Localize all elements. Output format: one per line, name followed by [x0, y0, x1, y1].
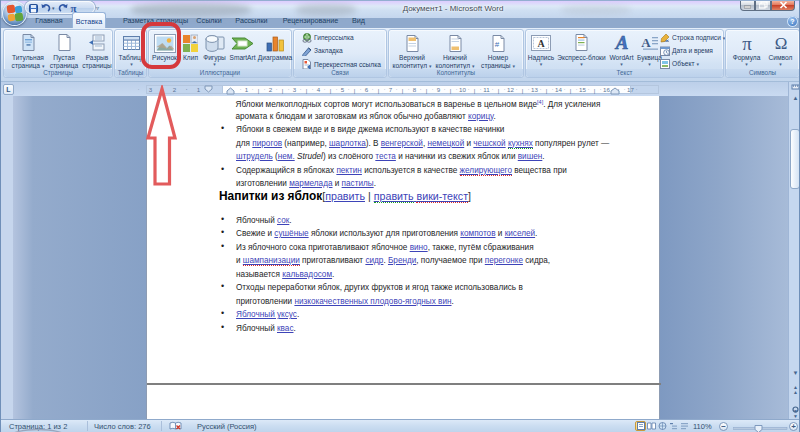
language-indicator[interactable]: Русский (Россия): [197, 422, 257, 431]
document-link[interactable]: пирогов: [252, 139, 282, 148]
document-link[interactable]: шампанизации: [243, 256, 300, 266]
word-window: Документ1 - Microsoft Word ▾ π ▿ Главная…: [0, 0, 800, 432]
document-link[interactable]: вики-текст: [416, 190, 468, 203]
scroll-up-icon[interactable]: ▲: [790, 95, 800, 101]
ruler-toggle-button[interactable]: [790, 83, 800, 93]
close-button[interactable]: [771, 1, 795, 11]
document-link[interactable]: перегонке: [485, 256, 523, 265]
button-Номер страницы[interactable]: #Номерстраницы ▾: [478, 32, 518, 70]
document-link[interactable]: вино: [410, 243, 428, 252]
button-Клип[interactable]: Клип: [180, 32, 201, 62]
button-SmartArt[interactable]: SmartArt: [228, 32, 257, 62]
button-Формула[interactable]: πФормула▾: [730, 32, 763, 66]
undo-dropdown-icon[interactable]: ▾: [52, 5, 55, 11]
button-WordArt[interactable]: AWordArt▾: [608, 32, 635, 66]
document-link[interactable]: желирующего: [460, 166, 512, 176]
document-text-segment: . Для усиления: [543, 100, 600, 109]
button-Символ[interactable]: ΩСимвол▾: [764, 32, 797, 66]
tab-references[interactable]: Ссылки: [192, 12, 226, 28]
document-link[interactable]: вишен: [518, 152, 543, 161]
customize-qat-icon[interactable]: ▿: [96, 4, 99, 11]
document-link[interactable]: пектин: [336, 166, 362, 175]
document-link[interactable]: компотов: [460, 229, 495, 238]
zoom-in-button[interactable]: +: [789, 422, 798, 431]
scrollbar-thumb[interactable]: [790, 129, 800, 189]
button-Гиперссылка[interactable]: Гиперссылка: [302, 33, 354, 43]
previous-page-icon[interactable]: ▲▲: [790, 385, 800, 395]
ruler-tick: ·: [368, 85, 378, 94]
button-Дата и время[interactable]: Дата и время: [660, 46, 713, 56]
document-link[interactable]: штрудель: [236, 152, 273, 161]
button-Объект[interactable]: Объект▾: [660, 59, 699, 69]
tab-insert[interactable]: Вставка: [72, 12, 106, 28]
document-link[interactable]: сушёные: [274, 229, 308, 238]
button-Разрыв страницы[interactable]: Разрывстраницы: [81, 32, 113, 69]
document-text-segment: приготавливают: [300, 256, 366, 265]
view-outline-icon[interactable]: [668, 421, 679, 431]
tab-view[interactable]: Вид: [345, 12, 372, 28]
proofing-error-icon[interactable]: [169, 420, 182, 432]
zoom-level[interactable]: 110%: [693, 422, 712, 431]
document-link[interactable]: сидр: [365, 256, 383, 265]
button-Диаграмма[interactable]: Диаграмма: [257, 32, 293, 62]
button-Пустая страница[interactable]: Пустаястраница: [48, 32, 80, 69]
zoom-out-button[interactable]: −: [719, 422, 728, 431]
ruler-tick: ·: [440, 85, 450, 94]
view-web-layout-icon[interactable]: [657, 421, 668, 431]
tab-home[interactable]: Главная: [31, 12, 67, 28]
document-link[interactable]: править: [374, 190, 414, 203]
button-label: Титульная: [12, 54, 44, 62]
zoom-slider[interactable]: [733, 425, 788, 432]
annotation-box: [141, 22, 181, 69]
button-Верхний колонтитул[interactable]: Верхнийколонтитул ▾: [391, 32, 433, 70]
view-print-layout-icon[interactable]: [635, 421, 646, 431]
page-indicator[interactable]: Страница: 1 из 2: [9, 422, 67, 431]
zoom-slider-thumb[interactable]: [755, 426, 762, 432]
document-link[interactable]: мармелада: [289, 179, 332, 188]
help-button[interactable]: ?: [787, 16, 798, 27]
minimize-button[interactable]: [740, 1, 755, 11]
document-link[interactable]: немецкой: [427, 139, 464, 148]
document-link[interactable]: шарлотка: [329, 139, 366, 148]
tab-review[interactable]: Рецензирование: [281, 12, 340, 28]
document-link[interactable]: Яблочный уксус: [236, 310, 297, 319]
button-Надпись[interactable]: AНадпись▾: [527, 32, 555, 66]
document-link[interactable]: Бренди: [388, 256, 416, 265]
next-page-icon[interactable]: ▼▼: [790, 409, 800, 419]
button-Титульная страница[interactable]: Титульнаястраница ▾: [9, 32, 47, 70]
view-full-screen-reading-icon[interactable]: [646, 421, 657, 431]
button-Строка подписи[interactable]: Строка подписи▾: [660, 33, 725, 43]
document-link[interactable]: венгерской: [381, 139, 423, 148]
word-count[interactable]: Число слов: 276: [94, 422, 151, 431]
document-link[interactable]: низкокачественных плодово-ягодных вин: [294, 297, 451, 306]
tab-mailings[interactable]: Рассылки: [232, 12, 271, 28]
document-link[interactable]: кальвадосом: [282, 270, 332, 279]
document-link[interactable]: корицу: [468, 112, 493, 121]
list-bullet: •: [221, 322, 224, 332]
document-link[interactable]: сок: [277, 216, 289, 225]
document-link[interactable]: теста: [375, 152, 396, 161]
view-draft-icon[interactable]: [679, 421, 690, 431]
ruler-tick: ·: [296, 85, 306, 94]
undo-icon[interactable]: [41, 3, 51, 12]
document-page[interactable]: Яблоки мелкоплодных сортов могут использ…: [146, 96, 660, 419]
document-link[interactable]: чешской: [473, 139, 505, 148]
document-link[interactable]: пастилы: [342, 179, 374, 188]
button-Фигуры[interactable]: Фигуры▾: [201, 32, 228, 66]
document-link[interactable]: нем.: [278, 152, 295, 161]
restore-button[interactable]: [755, 1, 771, 11]
button-label: страницы: [82, 62, 112, 70]
button-Закладка[interactable]: Закладка: [302, 46, 343, 56]
redo-icon[interactable]: [58, 3, 68, 12]
document-link[interactable]: киселей: [505, 229, 535, 238]
button-Нижний колонтитул[interactable]: Нижнийколонтитул ▾: [433, 32, 477, 70]
document-link[interactable]: править: [325, 190, 365, 202]
document-link[interactable]: квас: [277, 324, 294, 333]
button-label: Гиперссылка: [314, 34, 354, 42]
scroll-down-icon[interactable]: ▼: [790, 370, 800, 376]
button-Экспресс-блоки[interactable]: Экспресс-блоки▾: [555, 32, 608, 66]
tab-selector-button[interactable]: L: [3, 84, 14, 95]
document-link[interactable]: кухнях: [508, 139, 533, 149]
vertical-scrollbar[interactable]: ▲ ▼ ▲▲ ▼▼: [788, 82, 800, 421]
equation-qat-icon[interactable]: π: [71, 3, 77, 13]
